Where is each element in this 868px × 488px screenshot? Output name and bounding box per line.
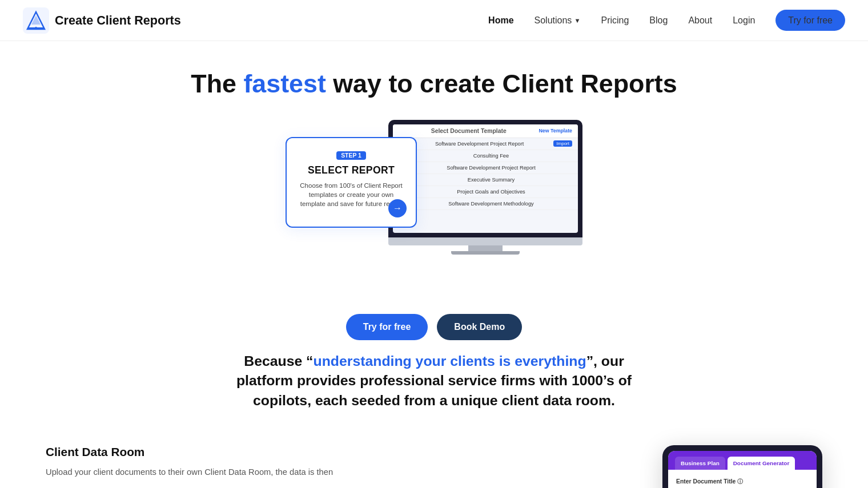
step-arrow-icon: → xyxy=(388,199,407,217)
laptop-screen-inner: Select Document Template New Template ✓ … xyxy=(393,124,578,233)
phone-header-tabs: Business Plan Document Generator xyxy=(668,451,817,470)
phone-input-label: Enter Document Title ⓘ xyxy=(676,478,809,486)
section-left-desc: Upload your client documents to their ow… xyxy=(46,466,423,479)
laptop-mockup: Select Document Template New Template ✓ … xyxy=(388,120,582,255)
try-free-button[interactable]: Try for free xyxy=(346,314,428,340)
section-left: Client Data Room Upload your client docu… xyxy=(46,445,423,479)
section-left-title: Client Data Room xyxy=(46,445,423,459)
nav-item-blog[interactable]: Blog xyxy=(649,15,668,25)
logo-link[interactable]: Create Client Reports xyxy=(23,7,181,34)
screen-row: ✓ Project Goals and Objectives xyxy=(393,186,578,198)
nav-item-about[interactable]: About xyxy=(688,15,712,25)
hero-title-accent: fastest xyxy=(243,69,326,98)
screen-row: ✓ Software Development Project Report xyxy=(393,162,578,174)
nav-item-home[interactable]: Home xyxy=(488,15,513,25)
logo-text: Create Client Reports xyxy=(55,13,181,28)
book-demo-button[interactable]: Book Demo xyxy=(437,314,522,340)
info-icon: ⓘ xyxy=(737,478,743,486)
screen-row: ✓ Software Development Project Report Im… xyxy=(393,138,578,150)
section-lower: Client Data Room Upload your client docu… xyxy=(0,445,868,488)
nav-item-login[interactable]: Login xyxy=(733,15,755,25)
laptop-foot xyxy=(451,251,520,255)
laptop-screen-outer: Select Document Template New Template ✓ … xyxy=(388,120,582,237)
screen-row: ✓ Executive Summary xyxy=(393,174,578,186)
nav-try-free-button[interactable]: Try for free xyxy=(775,10,845,31)
hero-section: The fastest way to create Client Reports… xyxy=(0,41,868,411)
navbar: Create Client Reports Home Solutions ▼ P… xyxy=(0,0,868,41)
hero-title: The fastest way to create Client Reports xyxy=(23,68,845,99)
hero-image-area: STEP 1 SELECT REPORT Choose from 100's o… xyxy=(274,120,594,291)
nav-item-solutions[interactable]: Solutions ▼ xyxy=(535,15,581,26)
nav-item-pricing[interactable]: Pricing xyxy=(601,15,629,25)
screen-row: ✓ Software Development Methodology xyxy=(393,198,578,210)
screen-row: ✓ Consulting Fee xyxy=(393,150,578,162)
screen-header: Select Document Template New Template xyxy=(393,124,578,138)
phone-screen: Business Plan Document Generator Enter D… xyxy=(668,451,817,488)
phone-body: Enter Document Title ⓘ xyxy=(668,470,817,488)
laptop-stand xyxy=(468,245,503,251)
mockup-container: STEP 1 SELECT REPORT Choose from 100's o… xyxy=(286,120,582,291)
logo-icon xyxy=(23,7,49,34)
chevron-down-icon: ▼ xyxy=(574,17,580,24)
tagline: Because “understanding your clients is e… xyxy=(200,352,668,411)
step-card: STEP 1 SELECT REPORT Choose from 100's o… xyxy=(286,137,417,228)
nav-links: Home Solutions ▼ Pricing Blog About Logi… xyxy=(488,15,845,26)
phone-tab-document-generator[interactable]: Document Generator xyxy=(728,457,795,470)
phone-mockup: Business Plan Document Generator Enter D… xyxy=(662,445,822,488)
tagline-accent: understanding your clients is everything xyxy=(314,353,586,369)
section-right: Business Plan Document Generator Enter D… xyxy=(445,445,822,488)
hero-buttons: Try for free Book Demo xyxy=(23,314,845,340)
laptop-base xyxy=(388,237,582,245)
phone-tab-business-plan[interactable]: Business Plan xyxy=(675,457,725,470)
step-title: SELECT REPORT xyxy=(297,164,405,176)
step-badge: STEP 1 xyxy=(336,151,366,160)
